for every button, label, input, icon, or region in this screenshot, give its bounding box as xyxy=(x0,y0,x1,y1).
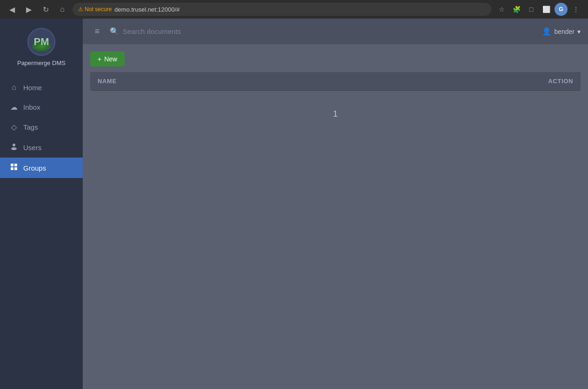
sidebar-item-home-label: Home xyxy=(23,84,42,92)
search-icon: 🔍 xyxy=(110,27,119,36)
table-header: NAME ACTION xyxy=(90,72,581,91)
sidebar-item-groups[interactable]: Groups xyxy=(0,158,83,178)
browser-menu-button[interactable]: ⋮ xyxy=(569,3,582,16)
tags-icon: ◇ xyxy=(9,123,19,132)
groups-icon xyxy=(9,163,19,172)
browser-actions: ☆ 🧩 □ ⬜ G ⋮ xyxy=(495,3,582,16)
svg-rect-2 xyxy=(11,164,13,166)
app-container: PM Papermerge DMS ⌂ Home ☁ Inbox ◇ Tags xyxy=(0,19,588,389)
sidebar-nav: ⌂ Home ☁ Inbox ◇ Tags Users xyxy=(0,74,83,389)
logo-initials: PM xyxy=(34,36,49,48)
svg-rect-4 xyxy=(11,167,13,170)
reload-button[interactable]: ↻ xyxy=(39,3,52,16)
home-icon: ⌂ xyxy=(9,83,19,92)
new-button[interactable]: + New xyxy=(90,52,125,66)
sidebar-item-home[interactable]: ⌂ Home xyxy=(0,78,83,97)
sidebar-item-inbox-label: Inbox xyxy=(23,103,40,111)
action-column-header: ACTION xyxy=(316,72,581,91)
inbox-icon: ☁ xyxy=(9,103,19,112)
extension1-button[interactable]: 🧩 xyxy=(510,3,523,16)
logo-circle: PM xyxy=(27,28,55,56)
user-menu[interactable]: 👤 bender ▾ xyxy=(542,27,581,36)
sidebar-item-users[interactable]: Users xyxy=(0,137,83,158)
back-button[interactable]: ◀ xyxy=(6,3,19,16)
extension2-button[interactable]: □ xyxy=(525,3,538,16)
sidebar-item-inbox[interactable]: ☁ Inbox xyxy=(0,97,83,117)
user-icon: 👤 xyxy=(542,27,551,36)
app-name: Papermerge DMS xyxy=(17,59,66,66)
name-column-header: NAME xyxy=(90,72,316,91)
content-area: + New NAME ACTION 1 xyxy=(83,44,588,389)
sidebar: PM Papermerge DMS ⌂ Home ☁ Inbox ◇ Tags xyxy=(0,19,83,389)
sidebar-item-users-label: Users xyxy=(23,144,41,152)
browser-url: demo.trusel.net:12000/# xyxy=(114,6,179,13)
hamburger-icon: ≡ xyxy=(95,26,100,36)
sidebar-item-tags-label: Tags xyxy=(23,123,38,131)
browser-chrome: ◀ ▶ ↻ ⌂ ⚠ Not secure demo.trusel.net:120… xyxy=(0,0,588,19)
home-button[interactable]: ⌂ xyxy=(56,3,69,16)
forward-button[interactable]: ▶ xyxy=(22,3,35,16)
search-input[interactable] xyxy=(123,27,536,35)
svg-point-1 xyxy=(11,147,17,150)
table-header-row: NAME ACTION xyxy=(90,72,581,91)
svg-rect-3 xyxy=(14,164,17,166)
sidebar-logo: PM Papermerge DMS xyxy=(0,19,83,74)
sidebar-item-groups-label: Groups xyxy=(23,164,46,172)
header-menu-button[interactable]: ≡ xyxy=(90,25,104,39)
data-table: NAME ACTION xyxy=(90,72,581,91)
username-label: bender xyxy=(554,28,575,35)
new-button-icon: + xyxy=(98,55,101,63)
svg-rect-5 xyxy=(14,167,17,170)
header-search: 🔍 xyxy=(110,27,536,36)
security-warning: ⚠ Not secure xyxy=(78,6,112,13)
dropdown-icon: ▾ xyxy=(577,28,581,35)
sidebar-item-tags[interactable]: ◇ Tags xyxy=(0,117,83,137)
pagination-indicator: 1 xyxy=(90,91,581,119)
svg-point-0 xyxy=(13,144,15,146)
main-header: ≡ 🔍 👤 bender ▾ xyxy=(83,19,588,44)
browser-profile-button[interactable]: G xyxy=(555,3,568,16)
table-wrapper: NAME ACTION xyxy=(90,72,581,91)
users-icon xyxy=(9,143,19,152)
sidebar-toggle-button[interactable]: ⬜ xyxy=(540,3,553,16)
address-bar[interactable]: ⚠ Not secure demo.trusel.net:12000/# xyxy=(73,3,491,16)
star-button[interactable]: ☆ xyxy=(495,3,508,16)
main-content: ≡ 🔍 👤 bender ▾ + New xyxy=(83,19,588,389)
new-button-label: New xyxy=(104,55,117,63)
